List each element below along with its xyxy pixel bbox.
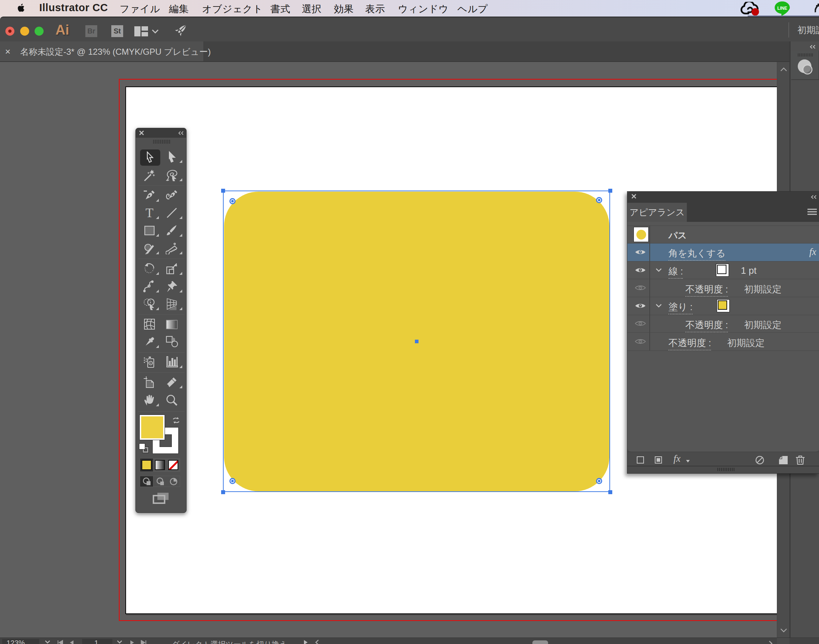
svg-text:LINE: LINE (777, 6, 787, 11)
svg-text:T: T (146, 207, 153, 219)
